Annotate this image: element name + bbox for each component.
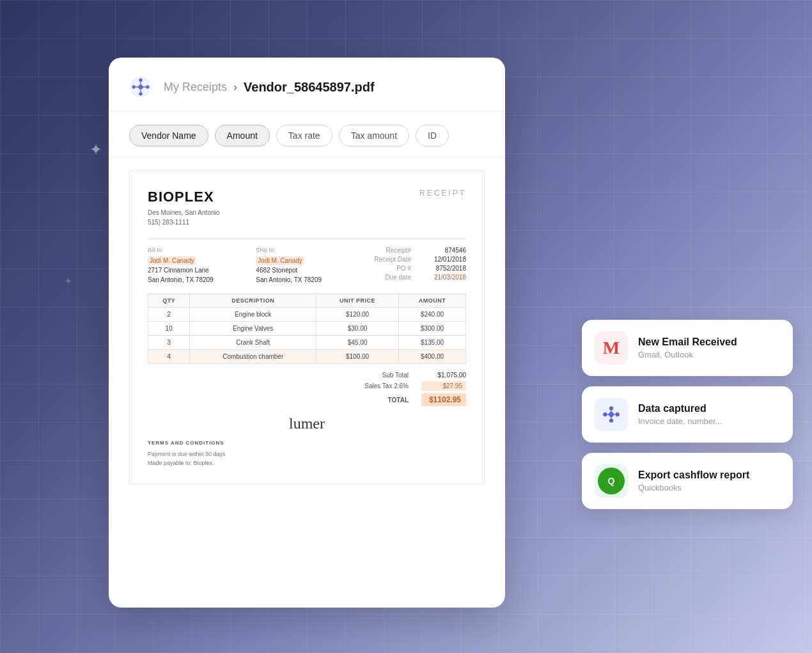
svg-point-9: [615, 413, 619, 416]
cell-description-3: Combustion chamber: [190, 350, 316, 364]
cell-qty-1: 10: [148, 322, 190, 336]
cell-unit_price-1: $30.00: [316, 322, 399, 336]
receipt-info-section: Receipt# 874546 Receipt Date 12/01/2018 …: [364, 247, 466, 285]
notif-gmail-text: New Email Received Gmail, Outlook: [638, 336, 780, 359]
notifications-area: M New Email Received Gmail, Outlook Data…: [582, 320, 793, 509]
svg-point-7: [138, 84, 143, 89]
notif-nanonets-title: Data captured: [638, 403, 780, 414]
receipt-num-row: Receipt# 874546: [364, 247, 466, 254]
nanonets-logo-icon: [129, 75, 152, 98]
notif-qb-subtitle: Quickbooks: [638, 483, 780, 492]
svg-point-11: [603, 413, 607, 416]
bill-to-name: Jodi M. Canady: [148, 256, 249, 265]
cell-qty-3: 4: [148, 350, 190, 364]
col-header-description: DESCRIPTION: [190, 294, 316, 308]
table-row: 3Crank Shaft$45.00$135.00: [148, 336, 466, 350]
terms-line-2: Made payable to: Bioplex: [148, 459, 466, 468]
cell-amount-0: $240.00: [398, 308, 465, 322]
company-name: BIOPLEX: [148, 189, 219, 205]
quickbooks-icon: Q: [598, 468, 625, 494]
svg-point-14: [609, 412, 614, 417]
notif-gmail-subtitle: Gmail, Outlook: [638, 350, 780, 359]
svg-point-3: [139, 92, 142, 95]
breadcrumb: My Receipts › Vendor_58645897.pdf: [129, 75, 485, 98]
star-decoration-2: ✦: [64, 275, 72, 287]
filter-tab-tax-amount[interactable]: Tax amount: [339, 125, 409, 146]
billing-info-row: Bill to: Jodi M. Canady 2717 Cinnamon La…: [148, 247, 466, 285]
svg-point-4: [132, 85, 136, 88]
breadcrumb-chevron-icon: ›: [233, 81, 237, 94]
receipt-document-area: BIOPLEX Des Moines, San Antonio 515) 283…: [109, 157, 505, 605]
svg-point-10: [609, 418, 613, 422]
col-header-qty: QTY: [148, 294, 190, 308]
signature-area: lumer: [148, 415, 466, 432]
notif-card-nanonets: Data captured Invoice date, number...: [582, 386, 793, 443]
receipt-header: BIOPLEX Des Moines, San Antonio 515) 283…: [148, 189, 466, 227]
main-card: My Receipts › Vendor_58645897.pdf Vendor…: [109, 58, 505, 608]
cell-description-2: Crank Shaft: [190, 336, 316, 350]
cell-unit_price-3: $100.00: [316, 350, 399, 364]
terms-line-1: Payment is due within 30 days: [148, 450, 466, 459]
gmail-icon-wrap: M: [595, 331, 628, 365]
filter-tab-tax-rate[interactable]: Tax rate: [276, 125, 332, 146]
cell-qty-0: 2: [148, 308, 190, 322]
svg-text:Q: Q: [608, 476, 615, 486]
cell-amount-1: $300.00: [398, 322, 465, 336]
table-row: 4Combustion chamber$100.00$400.00: [148, 350, 466, 364]
col-header-unit-price: UNIT PRICE: [316, 294, 399, 308]
notif-qb-title: Export cashflow report: [638, 469, 780, 481]
po-row: PO # 8752/2018: [364, 265, 466, 272]
terms-title: TERMS AND CONDITIONS: [148, 440, 466, 446]
cell-unit_price-2: $45.00: [316, 336, 399, 350]
nanonets-notif-icon: [601, 404, 621, 425]
card-header: My Receipts › Vendor_58645897.pdf: [109, 58, 505, 112]
nanonets-icon-wrap: [595, 398, 628, 431]
cell-amount-3: $400.00: [398, 350, 465, 364]
filter-tab-amount[interactable]: Amount: [215, 125, 270, 146]
table-row: 10Engine Valves$30.00$300.00: [148, 322, 466, 336]
svg-point-2: [146, 85, 149, 88]
due-date-row: Due date 21/03/2018: [364, 274, 466, 281]
table-row: 2Engine block$120.00$240.00: [148, 308, 466, 322]
filter-tabs-row: Vendor Name Amount Tax rate Tax amount I…: [109, 112, 505, 157]
receipt-date-row: Receipt Date 12/01/2018: [364, 256, 466, 263]
tax-row: Sales Tax 2.6% $27.95: [345, 381, 466, 391]
cell-description-1: Engine Valves: [190, 322, 316, 336]
filter-tab-id[interactable]: ID: [416, 125, 449, 146]
terms-section: TERMS AND CONDITIONS Payment is due with…: [148, 440, 466, 468]
grand-total-row: TOTAL $1102.95: [345, 393, 466, 406]
bill-to-addr1: 2717 Cinnamon Lane: [148, 265, 249, 275]
gmail-icon: M: [603, 338, 620, 358]
bill-to-label: Bill to:: [148, 247, 249, 253]
line-items-table: QTY DESCRIPTION UNIT PRICE AMOUNT 2Engin…: [148, 294, 466, 364]
svg-point-1: [139, 79, 142, 82]
ship-to-addr2: San Antonio, TX 78209: [256, 275, 357, 285]
bill-to-addr2: San Antonio, TX 78209: [148, 275, 249, 285]
filter-tab-vendor-name[interactable]: Vendor Name: [129, 125, 208, 146]
ship-to-name: Jodi M. Canady: [256, 256, 357, 265]
cell-description-0: Engine block: [190, 308, 316, 322]
company-address: Des Moines, San Antonio 515) 283-1111: [148, 208, 219, 227]
receipt-paper: BIOPLEX Des Moines, San Antonio 515) 283…: [129, 170, 485, 484]
notif-qb-text: Export cashflow report Quickbooks: [638, 469, 780, 492]
ship-to-section: Ship to: Jodi M. Canady 4682 Stonepot Sa…: [256, 247, 357, 285]
subtotal-row: Sub Total $1,075.00: [345, 372, 466, 379]
quickbooks-icon-wrap: Q: [595, 464, 628, 498]
divider: [148, 239, 466, 239]
svg-point-8: [609, 406, 613, 410]
star-decoration: ✦: [90, 141, 102, 159]
notif-gmail-title: New Email Received: [638, 336, 780, 348]
notif-card-quickbooks: Q Export cashflow report Quickbooks: [582, 453, 793, 509]
cell-qty-2: 3: [148, 336, 190, 350]
bill-to-section: Bill to: Jodi M. Canady 2717 Cinnamon La…: [148, 247, 249, 285]
totals-section: Sub Total $1,075.00 Sales Tax 2.6% $27.9…: [148, 372, 466, 406]
notif-nanonets-text: Data captured Invoice date, number...: [638, 403, 780, 426]
signature-text: lumer: [289, 415, 325, 432]
breadcrumb-parent[interactable]: My Receipts: [164, 81, 227, 94]
cell-unit_price-0: $120.00: [316, 308, 399, 322]
breadcrumb-current: Vendor_58645897.pdf: [244, 80, 375, 95]
table-header-row: QTY DESCRIPTION UNIT PRICE AMOUNT: [148, 294, 466, 308]
receipt-label: RECEIPT: [419, 189, 466, 198]
ship-to-label: Ship to:: [256, 247, 357, 253]
ship-to-addr1: 4682 Stonepot: [256, 265, 357, 275]
